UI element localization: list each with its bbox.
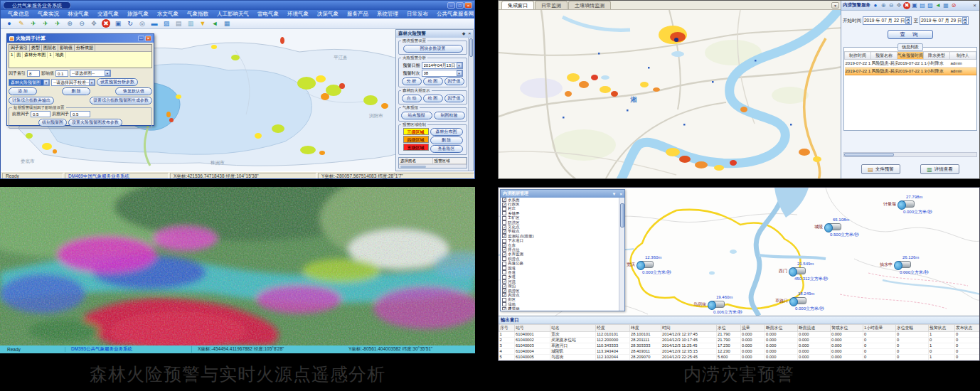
warning-date-select[interactable]: 2014年04月13日 ▼ xyxy=(422,62,463,69)
map-check-button[interactable]: 制图校验 xyxy=(434,112,465,119)
maximize-button[interactable]: □ xyxy=(456,2,464,9)
layers-panel-titlebar[interactable]: 内涝图层管理 ▼ × xyxy=(501,190,624,198)
data-column-header[interactable]: 水位 xyxy=(717,325,741,332)
layer-checkbox[interactable] xyxy=(502,257,506,261)
delete-button[interactable]: 删 除 xyxy=(62,87,90,95)
map-layer-icon[interactable]: ▬ xyxy=(150,19,159,28)
record-column-header[interactable]: 预警名称 xyxy=(871,52,898,60)
data-column-header[interactable]: 经度 xyxy=(596,325,630,332)
map-canvas[interactable]: 长沙市 平江县 浏阳市 株洲市 娄底市 火险因子计算 ─ × 因子 xyxy=(1,29,474,171)
station-data-row[interactable]: 2 61040002 灵渠路水位站 112.200000 28.201111 2… xyxy=(499,338,980,343)
warning-time-select[interactable]: 08 ▼ xyxy=(422,70,463,77)
data-column-header[interactable]: 预警状态 xyxy=(929,325,955,332)
layer-checkbox[interactable]: ✓ xyxy=(502,307,506,310)
warning-record-row[interactable]: 2019-07-22 1.. 风险隐患-易涝.. 2019-07-22 1.. … xyxy=(845,68,976,75)
data-column-header[interactable]: 发布状态 xyxy=(955,325,980,332)
hscrollbar[interactable] xyxy=(843,152,977,157)
station-map-canvas[interactable]: 内涝图层管理 ▼ × ✓ 水系面 ✓ 行政区 村庄 xyxy=(499,188,980,316)
layer-combo[interactable]: 森林火险预警图 ▼ xyxy=(9,79,50,86)
zoom-in-icon[interactable]: ⊕ xyxy=(65,19,74,28)
gauge-station[interactable]: 鸟宿街 19.460m 0.006立方米/秒 xyxy=(710,301,725,308)
monitor-icon[interactable]: ▣ xyxy=(911,2,918,9)
factor-value-button[interactable]: 因子值 xyxy=(444,77,464,85)
gauge-station[interactable]: 城陵 65.108m 0.500立方米/秒 xyxy=(827,223,841,230)
pin-icon[interactable]: ▼ xyxy=(198,19,207,28)
date-from-field[interactable]: 2019 年 07 月 22 日 ▲ ▼ xyxy=(863,16,912,25)
dialog-minimize-button[interactable]: ─ xyxy=(138,36,144,41)
back-icon[interactable]: ◄ xyxy=(211,19,219,28)
layer-checkbox[interactable] xyxy=(502,220,506,225)
forest-map-button[interactable]: 森林分布图 xyxy=(430,128,463,136)
forward-factor-input[interactable]: 0.5 xyxy=(31,111,50,117)
menu-item[interactable]: 旅游气象 xyxy=(123,10,153,18)
tile-settings-button[interactable]: 图块参数设置 xyxy=(403,45,463,53)
query-button[interactable]: 查 询 xyxy=(888,30,933,39)
layer-checkbox[interactable]: ✓ xyxy=(502,234,506,238)
street-map-canvas[interactable]: 湘 xyxy=(499,10,842,179)
layers-vscrollbar[interactable] xyxy=(619,198,624,311)
layer-item[interactable]: ✓ 建筑物 xyxy=(502,306,618,310)
tab-soil-moisture[interactable]: 土壤墒情监测 xyxy=(568,1,611,9)
monitor-icon[interactable]: ▣ xyxy=(114,19,122,28)
data-column-header[interactable]: 站号 xyxy=(515,325,550,332)
fly-area-icon[interactable]: ✈ xyxy=(53,19,62,28)
output-panel-title[interactable]: 输出窗口 xyxy=(499,316,980,324)
delete-icon[interactable]: ✖ xyxy=(903,2,910,9)
panel-action-button[interactable]: 编 辑 xyxy=(433,171,463,171)
pin-icon[interactable]: ◆ xyxy=(462,31,466,37)
factor-table[interactable]: 因子索引类型图层名影响值分析依据 1面森林分布图1地类 xyxy=(9,44,152,68)
layer-checkbox[interactable] xyxy=(502,302,506,306)
map-grid-icon[interactable]: ▦ xyxy=(942,2,949,9)
set-analysis-params-button[interactable]: 设置预警分析参数 xyxy=(97,78,138,86)
factor-combo[interactable]: --请选择因子校准-- ▼ xyxy=(51,79,95,86)
station-data-row[interactable]: 6 61040006 西港口 110.122111 28.104041 2014… xyxy=(499,360,980,362)
data-column-header[interactable]: 断面流速 xyxy=(798,325,831,332)
layer-checkbox[interactable]: ✓ xyxy=(502,252,506,257)
publish-params-button[interactable]: 设置火险预警图发布参数 xyxy=(68,119,122,127)
layer-checkbox[interactable] xyxy=(502,298,506,302)
station-data-row[interactable]: 5 61040005 鸟宿街 112.102044 28.209070 2014… xyxy=(499,355,980,360)
menu-item[interactable]: 林业气象 xyxy=(63,10,93,18)
layer-checkbox[interactable]: ✓ xyxy=(502,284,506,289)
menu-item[interactable]: 服务产品 xyxy=(343,10,373,18)
data-column-header[interactable]: 警戒水位 xyxy=(831,325,863,332)
layer-checkbox[interactable]: ✓ xyxy=(502,279,506,284)
close-icon[interactable]: × xyxy=(468,31,471,37)
data-column-header[interactable]: 时间 xyxy=(661,325,717,332)
analyze-button[interactable]: 分 析 xyxy=(402,77,422,85)
globe-icon[interactable]: ● xyxy=(5,19,14,28)
record-column-header[interactable]: 气象预警时间 xyxy=(898,52,924,60)
stop-icon[interactable]: ⊘ xyxy=(950,2,957,9)
warning-zone-list[interactable]: 选择图名预警区域 xyxy=(398,157,467,168)
layer-checkbox[interactable] xyxy=(502,270,506,274)
panel-titlebar[interactable]: 森林火险预警 ◆ × xyxy=(396,30,473,38)
close-icon[interactable]: × xyxy=(619,192,622,196)
dropdown-icon[interactable]: ▼ xyxy=(457,70,462,76)
station-data-row[interactable]: 3 61040003 草路河口 110.343333 28.303333 201… xyxy=(499,343,980,349)
layer-checkbox[interactable] xyxy=(502,239,506,243)
add-button[interactable]: 添 加 xyxy=(9,87,37,95)
impact-input[interactable]: 0.1 xyxy=(55,70,68,77)
fly-path-icon[interactable]: ✈ xyxy=(41,19,50,28)
detail-view-button[interactable]: ▥ 详情查看 xyxy=(920,164,959,174)
panel-vscrollbar[interactable] xyxy=(468,38,473,171)
delete-zone-button[interactable]: 删 除 xyxy=(430,136,463,144)
file-warning-button[interactable]: ▤ 文件预警 xyxy=(861,164,900,174)
record-column-header[interactable]: 制作时间 xyxy=(845,52,871,60)
layers-icon[interactable]: ▤ xyxy=(919,2,926,9)
spin-down-icon[interactable]: ▼ xyxy=(962,21,967,24)
view-zone-button[interactable]: 查看险区 xyxy=(430,145,463,153)
print-icon[interactable]: ▤ xyxy=(174,19,183,28)
refresh-icon[interactable]: ↻ xyxy=(126,19,134,28)
data-column-header[interactable]: 断面水位 xyxy=(765,325,798,332)
layer-checkbox[interactable] xyxy=(502,207,506,211)
factor-value-button[interactable]: 因子值 xyxy=(444,95,464,102)
window-titlebar[interactable]: 公共气象服务业务系统 ─ □ × xyxy=(1,1,474,10)
layer-checkbox[interactable] xyxy=(502,266,506,270)
fly-to-icon[interactable]: ✈ xyxy=(29,19,38,28)
layer-checkbox[interactable] xyxy=(502,211,506,215)
date-spinner[interactable]: ▲ ▼ xyxy=(962,17,967,24)
menu-item[interactable]: 气象指数 xyxy=(183,10,213,18)
menu-item[interactable]: 雷电气象 xyxy=(253,10,283,18)
spin-down-icon[interactable]: ▼ xyxy=(905,21,910,24)
